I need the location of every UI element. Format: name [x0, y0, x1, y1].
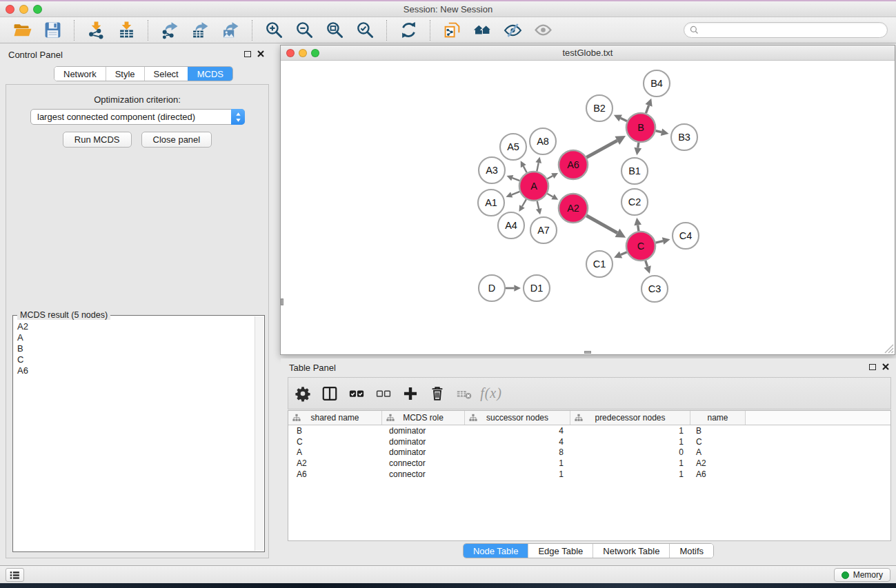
edge-A-A5[interactable] — [521, 161, 527, 172]
node-B[interactable]: B — [626, 113, 655, 142]
node-A[interactable]: A — [519, 172, 548, 201]
edge-A-A4[interactable] — [519, 199, 526, 212]
settings-button[interactable] — [294, 385, 312, 403]
network-window-titlebar[interactable]: testGlobe.txt — [281, 45, 895, 61]
edge-A6-B[interactable] — [586, 136, 626, 157]
column-header-mcds-role[interactable]: MCDS role — [382, 411, 465, 425]
select-all-button[interactable] — [348, 385, 366, 403]
clone-network-button[interactable] — [441, 19, 463, 41]
import-network-button[interactable] — [85, 19, 107, 41]
delete-button[interactable] — [428, 385, 446, 403]
cell-mcds-role[interactable]: connector — [382, 469, 465, 479]
edge-C-C3[interactable] — [644, 261, 650, 274]
zoom-out-button[interactable] — [293, 19, 315, 41]
export-network-button[interactable] — [159, 19, 181, 41]
tab-mcds[interactable]: MCDS — [188, 67, 232, 81]
table-row[interactable]: Adominator80A — [288, 447, 890, 458]
cell-successor-nodes[interactable]: 4 — [465, 437, 570, 447]
cell-successor-nodes[interactable]: 4 — [465, 426, 570, 436]
node-C[interactable]: C — [626, 232, 655, 261]
cell-mcds-role[interactable]: connector — [382, 458, 465, 468]
column-header-successor-nodes[interactable]: successor nodes — [465, 411, 570, 425]
node-C4[interactable]: C4 — [673, 223, 699, 249]
mcds-result-item[interactable]: C — [17, 354, 255, 365]
edge-D-D1[interactable] — [506, 285, 521, 292]
edge-A-A2[interactable] — [547, 194, 558, 200]
mcds-result-item[interactable]: B — [17, 343, 255, 354]
edge-C-C2[interactable] — [634, 218, 641, 231]
cell-successor-nodes[interactable]: 1 — [465, 469, 570, 479]
node-C1[interactable]: C1 — [586, 251, 613, 277]
float-table-panel-icon[interactable] — [869, 364, 876, 370]
mcds-result-scrollbar[interactable] — [255, 316, 263, 551]
edge-B-B2[interactable] — [614, 114, 627, 121]
network-canvas[interactable]: AA1A2A3A4A5A6A7A8BB1B2B3B4CC1C2C3C4DD1 — [281, 61, 895, 354]
import-table-button[interactable] — [115, 19, 137, 41]
cell-predecessor-nodes[interactable]: 0 — [570, 447, 690, 457]
cell-shared-name[interactable]: A — [288, 447, 382, 457]
table-row[interactable]: Bdominator41B — [288, 425, 890, 436]
tab-network-table[interactable]: Network Table — [593, 544, 669, 558]
cell-shared-name[interactable]: C — [288, 437, 382, 447]
network-canvas-svg[interactable]: AA1A2A3A4A5A6A7A8BB1B2B3B4CC1C2C3C4DD1 — [281, 61, 895, 354]
canvas-vscroll-thumb[interactable] — [281, 298, 283, 305]
tab-node-table[interactable]: Node Table — [464, 544, 528, 558]
split-columns-button[interactable] — [321, 385, 339, 403]
task-history-button[interactable] — [6, 568, 24, 582]
column-header-predecessor-nodes[interactable]: predecessor nodes — [570, 411, 690, 425]
cell-shared-name[interactable]: A2 — [288, 458, 382, 468]
cell-shared-name[interactable]: A6 — [288, 469, 382, 479]
edge-A-A1[interactable] — [506, 192, 519, 198]
cell-predecessor-nodes[interactable]: 1 — [570, 426, 690, 436]
table-row[interactable]: A6connector11A6 — [288, 469, 890, 480]
edge-B-B1[interactable] — [634, 143, 641, 155]
cell-mcds-role[interactable]: dominator — [382, 426, 465, 436]
node-A6[interactable]: A6 — [559, 150, 588, 179]
node-C2[interactable]: C2 — [621, 189, 648, 215]
cell-mcds-role[interactable]: dominator — [382, 437, 465, 447]
table-row[interactable]: A2connector11A2 — [288, 458, 890, 469]
edge-A-A7[interactable] — [536, 201, 542, 214]
node-A1[interactable]: A1 — [478, 190, 504, 216]
save-session-button[interactable] — [41, 19, 63, 41]
node-B4[interactable]: B4 — [644, 70, 670, 97]
node-A4[interactable]: A4 — [498, 212, 524, 239]
column-header-shared-name[interactable]: shared name — [288, 411, 382, 425]
table-row[interactable]: Cdominator41C — [288, 436, 890, 447]
node-A7[interactable]: A7 — [530, 217, 557, 243]
hide-selected-button[interactable] — [501, 19, 524, 41]
run-mcds-button[interactable]: Run MCDS — [63, 132, 132, 148]
node-D1[interactable]: D1 — [524, 275, 550, 301]
node-A2[interactable]: A2 — [559, 194, 588, 223]
node-A5[interactable]: A5 — [500, 134, 526, 160]
edge-B-B4[interactable] — [645, 99, 652, 114]
cell-name[interactable]: A — [690, 447, 746, 457]
tab-network[interactable]: Network — [54, 67, 106, 81]
cell-successor-nodes[interactable]: 8 — [465, 447, 570, 457]
cell-mcds-role[interactable]: dominator — [382, 447, 465, 457]
cell-name[interactable]: C — [690, 437, 746, 447]
zoom-selected-button[interactable] — [354, 19, 376, 41]
node-B1[interactable]: B1 — [621, 158, 648, 184]
tab-edge-table[interactable]: Edge Table — [528, 544, 593, 558]
mcds-result-list[interactable]: A2ABCA6 — [14, 316, 255, 551]
cell-name[interactable]: A2 — [690, 458, 746, 468]
close-panel-icon[interactable] — [257, 50, 264, 57]
tab-select[interactable]: Select — [144, 67, 188, 81]
open-file-button[interactable] — [11, 19, 33, 41]
edge-C-C1[interactable] — [614, 252, 627, 258]
node-A8[interactable]: A8 — [530, 128, 556, 154]
window-resize-grip[interactable] — [884, 343, 894, 354]
node-A3[interactable]: A3 — [479, 157, 505, 183]
close-panel-button[interactable]: Close panel — [141, 132, 212, 148]
edge-A-A3[interactable] — [507, 175, 520, 181]
cell-successor-nodes[interactable]: 1 — [465, 458, 570, 468]
mcds-result-item[interactable]: A2 — [17, 321, 255, 332]
tab-style[interactable]: Style — [106, 67, 144, 81]
cell-name[interactable]: B — [690, 426, 746, 436]
add-button[interactable] — [401, 385, 419, 403]
float-panel-icon[interactable] — [244, 51, 251, 57]
node-B3[interactable]: B3 — [671, 124, 697, 150]
export-table-button[interactable] — [189, 19, 211, 41]
node-C3[interactable]: C3 — [641, 276, 668, 302]
